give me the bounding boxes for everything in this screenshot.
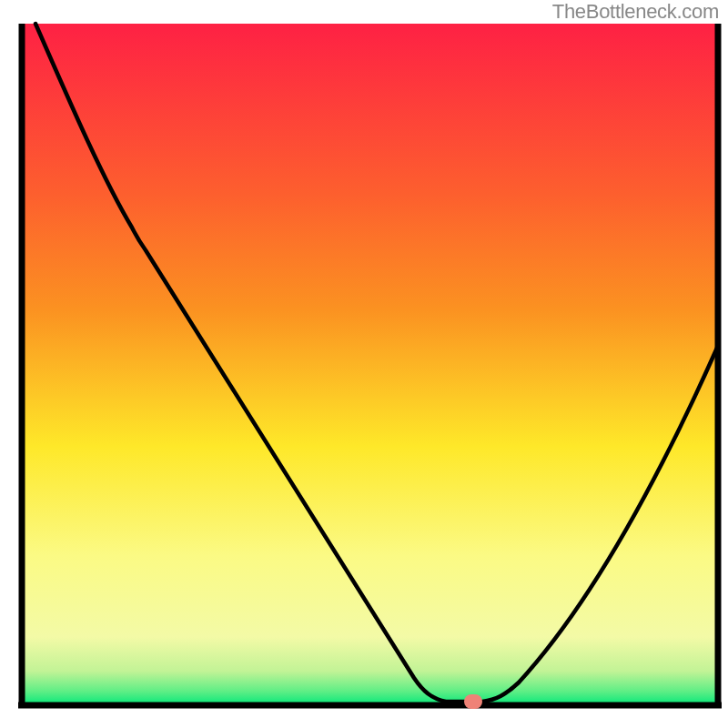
gradient-background (22, 24, 718, 705)
chart-container: TheBottleneck.com (0, 0, 728, 728)
bottleneck-chart (0, 0, 728, 728)
watermark-text: TheBottleneck.com (552, 0, 719, 24)
valley-marker (464, 694, 482, 709)
